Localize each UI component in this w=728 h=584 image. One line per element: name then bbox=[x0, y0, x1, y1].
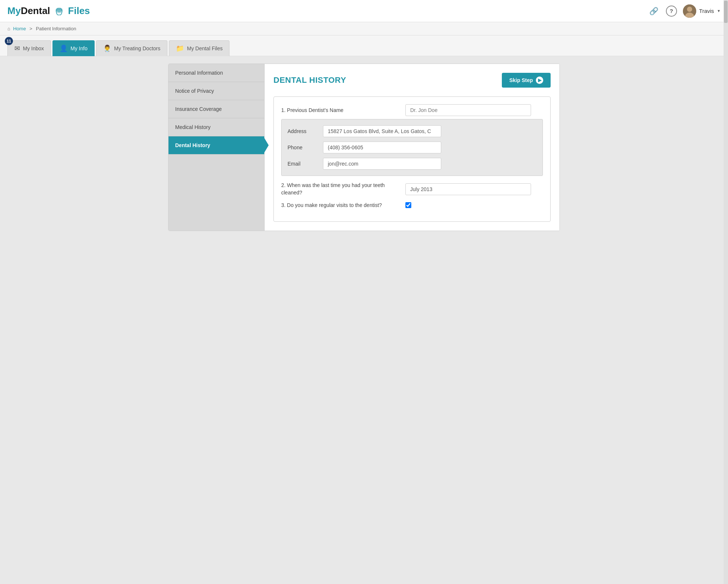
doctors-icon: 👨‍⚕️ bbox=[103, 44, 111, 52]
logo-files: Files bbox=[68, 5, 90, 16]
sidebar-item-privacy[interactable]: Notice of Privacy bbox=[169, 82, 264, 100]
page-title: DENTAL HISTORY bbox=[273, 75, 346, 85]
svg-point-3 bbox=[687, 7, 692, 12]
skip-arrow-icon: ▶ bbox=[536, 77, 543, 84]
scrollbar[interactable] bbox=[724, 0, 728, 238]
q2-label: 2. When was the last time you had your t… bbox=[281, 182, 399, 196]
link-icon[interactable]: 🔗 bbox=[648, 5, 660, 17]
sidebar-personal-label: Personal Information bbox=[175, 70, 223, 76]
skip-step-label: Skip Step bbox=[509, 77, 533, 83]
inbox-icon: ✉ bbox=[14, 44, 20, 52]
phone-label: Phone bbox=[288, 145, 317, 150]
inbox-badge: 11 bbox=[5, 37, 13, 45]
user-menu[interactable]: Travis ▼ bbox=[683, 4, 721, 18]
header-right: 🔗 ? Travis ▼ bbox=[648, 4, 721, 18]
address-label: Address bbox=[288, 128, 317, 134]
email-input[interactable] bbox=[323, 158, 441, 170]
content-wrapper: Personal Information Notice of Privacy I… bbox=[168, 64, 560, 231]
sidebar-item-dental[interactable]: Dental History bbox=[169, 136, 264, 155]
logo: MyDental Files bbox=[7, 5, 90, 17]
address-input[interactable] bbox=[323, 125, 441, 137]
q3-label: 3. Do you make regular visits to the den… bbox=[281, 202, 399, 208]
avatar-image bbox=[683, 4, 696, 18]
user-chevron-icon: ▼ bbox=[717, 9, 721, 13]
breadcrumb-separator: > bbox=[30, 26, 33, 31]
q3-row: 3. Do you make regular visits to the den… bbox=[281, 202, 543, 208]
logo-dental: Dental bbox=[21, 5, 50, 16]
tab-files-label: My Dental Files bbox=[187, 45, 222, 51]
sidebar: Personal Information Notice of Privacy I… bbox=[169, 64, 265, 231]
header: MyDental Files 🔗 ? Travis ▼ bbox=[0, 0, 728, 22]
q1-label: 1. Previous Dentist's Name bbox=[281, 107, 399, 113]
breadcrumb-home[interactable]: Home bbox=[13, 26, 26, 31]
sidebar-insurance-label: Insurance Coverage bbox=[175, 106, 222, 112]
skip-step-button[interactable]: Skip Step ▶ bbox=[502, 73, 551, 88]
tab-info[interactable]: 👤 My Info bbox=[52, 40, 95, 56]
home-icon: ⌂ bbox=[7, 26, 10, 31]
tab-files[interactable]: 📁 My Dental Files bbox=[169, 40, 229, 56]
sidebar-privacy-label: Notice of Privacy bbox=[175, 88, 214, 94]
logo-tooth-icon bbox=[54, 7, 65, 16]
files-icon: 📁 bbox=[176, 44, 184, 52]
sidebar-item-medical[interactable]: Medical History bbox=[169, 118, 264, 136]
sidebar-dental-label: Dental History bbox=[175, 142, 210, 148]
sidebar-item-insurance[interactable]: Insurance Coverage bbox=[169, 100, 264, 118]
main-form-area: DENTAL HISTORY Skip Step ▶ 1. Previous D… bbox=[265, 64, 559, 231]
tab-doctors-label: My Treating Doctors bbox=[114, 45, 160, 51]
scrollbar-thumb[interactable] bbox=[724, 1, 728, 23]
tab-doctors[interactable]: 👨‍⚕️ My Treating Doctors bbox=[96, 40, 167, 56]
form-section: 1. Previous Dentist's Name Address Phone… bbox=[273, 96, 551, 222]
info-icon: 👤 bbox=[59, 44, 68, 52]
tab-info-label: My Info bbox=[71, 45, 88, 51]
breadcrumb: ⌂ Home > Patient Information bbox=[0, 22, 728, 35]
email-label: Email bbox=[288, 161, 317, 167]
sidebar-item-personal[interactable]: Personal Information bbox=[169, 64, 264, 82]
address-row: Address bbox=[288, 125, 537, 137]
tab-inbox[interactable]: 11 ✉ My Inbox bbox=[7, 40, 51, 56]
last-cleaning-input[interactable] bbox=[405, 183, 531, 195]
tab-bar: 11 ✉ My Inbox 👤 My Info 👨‍⚕️ My Treating… bbox=[0, 35, 728, 56]
q2-row: 2. When was the last time you had your t… bbox=[281, 182, 543, 196]
q1-row: 1. Previous Dentist's Name bbox=[281, 104, 543, 116]
tab-inbox-label: My Inbox bbox=[23, 45, 44, 51]
content-header: DENTAL HISTORY Skip Step ▶ bbox=[273, 73, 551, 88]
dentist-detail-section: Address Phone Email bbox=[281, 119, 543, 176]
user-name: Travis bbox=[699, 8, 714, 14]
avatar bbox=[683, 4, 696, 18]
phone-row: Phone bbox=[288, 142, 537, 153]
sidebar-medical-label: Medical History bbox=[175, 124, 211, 130]
logo-my: My bbox=[7, 5, 21, 16]
main-container: Personal Information Notice of Privacy I… bbox=[0, 56, 728, 238]
regular-visits-checkbox[interactable] bbox=[405, 202, 411, 208]
help-icon[interactable]: ? bbox=[666, 6, 677, 17]
breadcrumb-current: Patient Information bbox=[36, 26, 76, 31]
phone-input[interactable] bbox=[323, 142, 441, 153]
email-row: Email bbox=[288, 158, 537, 170]
dentist-name-input[interactable] bbox=[405, 104, 531, 116]
